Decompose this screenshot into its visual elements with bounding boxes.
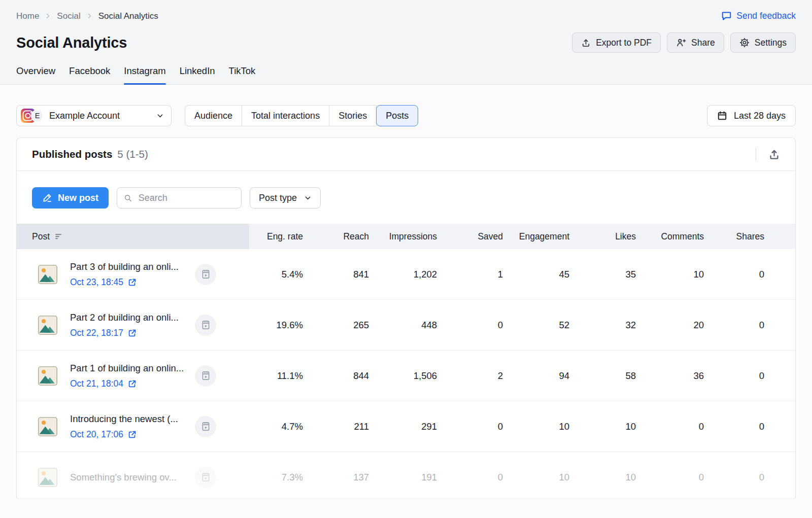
breadcrumb: HomeSocialSocial Analytics	[16, 11, 158, 21]
post-type-dropdown[interactable]: Post type	[250, 187, 321, 209]
external-link-icon	[128, 430, 137, 439]
post-date: Oct 20, 17:06	[70, 429, 123, 440]
page-header: HomeSocialSocial Analytics Send feedback…	[0, 0, 812, 85]
cell-shares: 0	[704, 320, 764, 331]
post-thumbnail-icon	[38, 417, 57, 436]
segment-posts[interactable]: Posts	[376, 105, 418, 126]
cell-comments: 0	[636, 421, 704, 432]
published-posts-card: Published posts 5 (1-5)	[16, 137, 796, 498]
search-box	[117, 187, 242, 209]
segment-total-interactions[interactable]: Total interactions	[242, 105, 329, 126]
cell-impressions: 291	[369, 421, 437, 432]
segment-audience[interactable]: Audience	[185, 105, 242, 126]
settings-label: Settings	[755, 38, 787, 48]
cell-comments: 0	[636, 472, 704, 483]
calendar-icon	[717, 111, 727, 121]
tab-instagram[interactable]: Instagram	[124, 65, 165, 84]
chevron-right-icon	[86, 13, 93, 19]
gear-icon	[739, 38, 750, 48]
reel-icon	[200, 370, 211, 381]
cell-impressions: 1,202	[369, 269, 437, 280]
cell-engagement: 52	[503, 320, 569, 331]
page-title: Social Analytics	[16, 34, 127, 51]
reel-icon	[200, 472, 211, 482]
reel-badge	[195, 416, 216, 437]
column-header-eng-rate: Eng. rate	[249, 231, 303, 242]
export-to-pdf-button[interactable]: Export to PDF	[572, 32, 661, 53]
table-header: PostEng. rateReachImpressionsSavedEngage…	[17, 224, 795, 249]
account-initial-badge: E	[31, 110, 44, 122]
cell-eng-rate: 7.3%	[249, 472, 303, 483]
cell-likes: 32	[569, 320, 636, 331]
cell-eng-rate: 4.7%	[249, 421, 303, 432]
column-header-post[interactable]: Post	[17, 224, 249, 249]
post-type-label: Post type	[259, 193, 297, 203]
breadcrumb-item[interactable]: Social	[57, 11, 80, 21]
post-date-link[interactable]: Oct 22, 18:17	[70, 328, 137, 338]
cell-engagement: 10	[503, 421, 569, 432]
view-segments: AudienceTotal interactionsStoriesPosts	[185, 105, 418, 126]
export-icon	[768, 149, 780, 160]
new-post-button[interactable]: New post	[32, 187, 109, 209]
tab-tiktok[interactable]: TikTok	[229, 65, 256, 84]
cell-reach: 265	[303, 320, 369, 331]
search-input[interactable]	[138, 192, 234, 204]
external-link-icon	[128, 329, 137, 337]
cell-shares: 0	[704, 269, 764, 280]
cell-saved: 0	[437, 472, 503, 483]
column-header-shares: Shares	[704, 231, 764, 242]
cell-eng-rate: 19.6%	[249, 320, 303, 331]
cell-saved: 0	[437, 320, 503, 331]
settings-button[interactable]: Settings	[730, 32, 796, 53]
cell-saved: 2	[437, 370, 503, 382]
column-header-engagement: Engagement	[503, 231, 569, 242]
cell-engagement: 45	[503, 269, 569, 280]
table-row: Something's brewing ov...	[17, 452, 795, 498]
share-button[interactable]: Share	[667, 32, 724, 53]
account-selector[interactable]: E Example Account	[16, 105, 172, 126]
table-row: Part 2 of building an onli... Oct 22, 18…	[17, 300, 795, 351]
account-avatar: E	[21, 109, 44, 123]
post-date-link[interactable]: Oct 23, 18:45	[70, 277, 137, 288]
post-title: Something's brewing ov...	[70, 472, 195, 483]
tab-linkedin[interactable]: LinkedIn	[180, 65, 215, 84]
search-icon	[124, 193, 132, 203]
column-header-comments: Comments	[636, 231, 704, 242]
reel-icon	[200, 320, 211, 330]
cell-saved: 0	[437, 421, 503, 432]
tab-facebook[interactable]: Facebook	[69, 65, 110, 84]
reel-badge	[195, 315, 216, 336]
post-date-link[interactable]: Oct 21, 18:04	[70, 378, 137, 389]
chevron-right-icon	[45, 13, 51, 19]
export-icon	[581, 38, 591, 48]
card-title: Published posts	[32, 148, 112, 160]
external-link-icon	[128, 278, 137, 287]
export-to-pdf-label: Export to PDF	[596, 38, 652, 48]
person-add-icon	[676, 38, 686, 48]
reel-icon	[200, 421, 211, 432]
cell-engagement: 94	[503, 370, 569, 382]
cell-likes: 58	[569, 370, 636, 382]
tabs: OverviewFacebookInstagramLinkedInTikTok	[16, 65, 796, 84]
post-title: Introducing the newest (...	[70, 413, 195, 425]
reel-badge	[195, 264, 216, 285]
cell-comments: 36	[636, 370, 704, 382]
tab-overview[interactable]: Overview	[16, 65, 55, 84]
column-header-reach: Reach	[303, 231, 369, 242]
card-count: 5 (1-5)	[117, 148, 148, 160]
post-title: Part 2 of building an onli...	[70, 312, 195, 323]
table-body: Part 3 of building an onli... Oct 23, 18…	[17, 249, 795, 498]
segment-stories[interactable]: Stories	[329, 105, 377, 126]
post-date-link[interactable]: Oct 20, 17:06	[70, 429, 137, 440]
export-table-button[interactable]	[768, 149, 780, 160]
breadcrumb-item[interactable]: Home	[16, 11, 39, 21]
cell-engagement: 10	[503, 472, 569, 483]
cell-likes: 35	[569, 269, 636, 280]
cell-comments: 10	[636, 269, 704, 280]
share-label: Share	[691, 38, 715, 48]
send-feedback-link[interactable]: Send feedback	[721, 11, 796, 21]
cell-reach: 211	[303, 421, 369, 432]
cell-impressions: 191	[369, 472, 437, 483]
date-range-button[interactable]: Last 28 days	[707, 105, 796, 126]
reel-icon	[200, 269, 211, 280]
